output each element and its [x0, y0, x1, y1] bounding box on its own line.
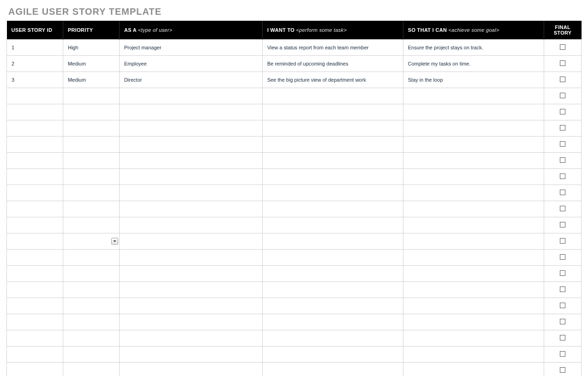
cell-priority[interactable] [63, 120, 119, 137]
cell-so-that[interactable] [403, 88, 544, 104]
cell-priority[interactable] [63, 217, 119, 233]
cell-as-a[interactable] [119, 88, 262, 104]
cell-i-want-to[interactable] [262, 137, 403, 153]
final-story-checkbox[interactable] [560, 238, 565, 244]
cell-as-a[interactable] [119, 137, 262, 153]
cell-user-story-id[interactable]: 1 [7, 40, 63, 56]
final-story-checkbox[interactable] [560, 351, 565, 357]
cell-so-that[interactable] [403, 346, 544, 363]
cell-user-story-id[interactable] [7, 153, 63, 169]
final-story-checkbox[interactable] [560, 109, 565, 114]
cell-final-story[interactable] [544, 330, 581, 346]
cell-as-a[interactable] [119, 153, 262, 169]
cell-so-that[interactable] [403, 363, 544, 376]
cell-final-story[interactable] [544, 217, 581, 233]
final-story-checkbox[interactable] [560, 93, 565, 98]
cell-i-want-to[interactable] [262, 233, 403, 250]
cell-final-story[interactable] [544, 104, 581, 120]
cell-as-a[interactable] [119, 104, 262, 120]
cell-priority[interactable]: High [63, 40, 119, 56]
cell-priority[interactable] [63, 201, 119, 217]
cell-priority[interactable] [63, 169, 119, 185]
cell-user-story-id[interactable] [7, 104, 63, 120]
cell-i-want-to[interactable]: See the big picture view of department w… [262, 72, 403, 88]
cell-priority[interactable] [63, 153, 119, 169]
cell-as-a[interactable] [119, 217, 262, 233]
cell-user-story-id[interactable] [7, 363, 63, 376]
cell-as-a[interactable] [119, 363, 262, 376]
cell-final-story[interactable] [544, 153, 581, 169]
final-story-checkbox[interactable] [560, 254, 565, 260]
cell-so-that[interactable] [403, 217, 544, 233]
cell-so-that[interactable] [403, 153, 544, 169]
cell-final-story[interactable] [544, 185, 581, 201]
cell-so-that[interactable] [403, 298, 544, 314]
final-story-checkbox[interactable] [560, 77, 565, 82]
final-story-checkbox[interactable] [560, 367, 565, 373]
cell-priority[interactable] [63, 314, 119, 330]
cell-as-a[interactable] [119, 233, 262, 250]
cell-final-story[interactable] [544, 346, 581, 363]
cell-final-story[interactable] [544, 363, 581, 376]
cell-as-a[interactable]: Employee [119, 56, 262, 72]
cell-i-want-to[interactable] [262, 185, 403, 201]
final-story-checkbox[interactable] [560, 157, 565, 163]
cell-final-story[interactable] [544, 56, 581, 72]
cell-priority[interactable] [63, 363, 119, 376]
cell-priority[interactable] [63, 185, 119, 201]
cell-priority[interactable] [63, 346, 119, 363]
cell-priority[interactable] [63, 137, 119, 153]
cell-so-that[interactable] [403, 104, 544, 120]
cell-so-that[interactable] [403, 330, 544, 346]
cell-final-story[interactable] [544, 40, 581, 56]
cell-so-that[interactable] [403, 120, 544, 137]
final-story-checkbox[interactable] [560, 190, 565, 195]
cell-i-want-to[interactable] [262, 217, 403, 233]
cell-i-want-to[interactable]: View a status report from each team memb… [262, 40, 403, 56]
cell-final-story[interactable] [544, 169, 581, 185]
cell-user-story-id[interactable] [7, 201, 63, 217]
cell-priority[interactable]: Medium [63, 72, 119, 88]
final-story-checkbox[interactable] [560, 335, 565, 340]
cell-as-a[interactable] [119, 185, 262, 201]
cell-so-that[interactable] [403, 282, 544, 298]
cell-final-story[interactable] [544, 233, 581, 250]
cell-i-want-to[interactable] [262, 330, 403, 346]
cell-priority[interactable] [63, 330, 119, 346]
cell-i-want-to[interactable] [262, 169, 403, 185]
cell-user-story-id[interactable]: 3 [7, 72, 63, 88]
cell-as-a[interactable] [119, 282, 262, 298]
cell-user-story-id[interactable]: 2 [7, 56, 63, 72]
cell-user-story-id[interactable] [7, 282, 63, 298]
cell-final-story[interactable] [544, 137, 581, 153]
cell-as-a[interactable] [119, 169, 262, 185]
cell-user-story-id[interactable] [7, 330, 63, 346]
cell-final-story[interactable] [544, 120, 581, 137]
cell-so-that[interactable]: Ensure the project stays on track. [403, 40, 544, 56]
cell-user-story-id[interactable] [7, 233, 63, 250]
final-story-checkbox[interactable] [560, 319, 565, 324]
cell-final-story[interactable] [544, 250, 581, 266]
cell-as-a[interactable] [119, 346, 262, 363]
cell-final-story[interactable] [544, 201, 581, 217]
cell-so-that[interactable] [403, 169, 544, 185]
cell-priority[interactable] [63, 88, 119, 104]
dropdown-icon[interactable] [111, 238, 118, 245]
cell-as-a[interactable] [119, 120, 262, 137]
cell-as-a[interactable] [119, 250, 262, 266]
cell-i-want-to[interactable] [262, 201, 403, 217]
cell-so-that[interactable] [403, 250, 544, 266]
cell-as-a[interactable]: Project manager [119, 40, 262, 56]
cell-user-story-id[interactable] [7, 137, 63, 153]
cell-i-want-to[interactable] [262, 363, 403, 376]
final-story-checkbox[interactable] [560, 206, 565, 211]
cell-priority[interactable] [63, 250, 119, 266]
cell-as-a[interactable] [119, 201, 262, 217]
cell-user-story-id[interactable] [7, 346, 63, 363]
cell-user-story-id[interactable] [7, 217, 63, 233]
cell-user-story-id[interactable] [7, 185, 63, 201]
cell-i-want-to[interactable] [262, 88, 403, 104]
cell-so-that[interactable] [403, 314, 544, 330]
final-story-checkbox[interactable] [560, 270, 565, 276]
cell-i-want-to[interactable] [262, 153, 403, 169]
